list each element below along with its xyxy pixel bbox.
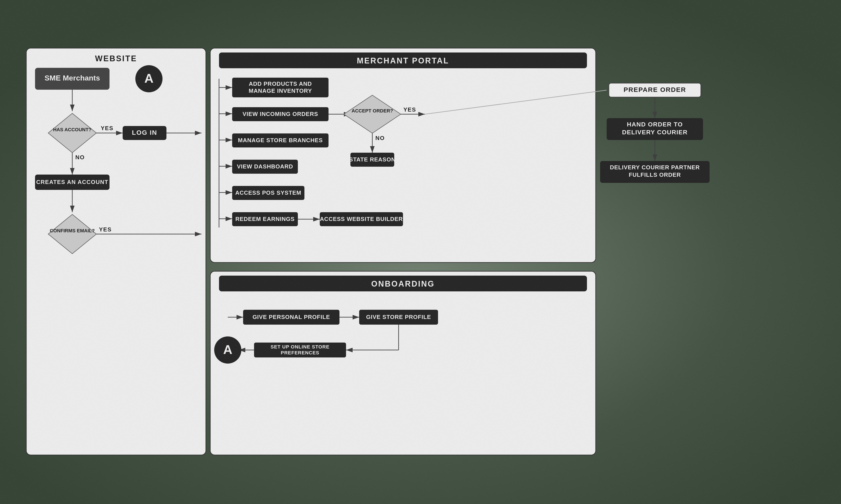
website-builder-label: ACCESS WEBSITE BUILDER xyxy=(320,216,403,222)
add-products-label2: MANAGE INVENTORY xyxy=(248,88,312,94)
circle-a-onboarding-label: A xyxy=(223,342,233,357)
accept-order-label: ACCEPT ORDER? xyxy=(351,108,393,113)
redeem-label: REDEEM EARNINGS xyxy=(236,216,295,222)
prepare-order-label: PREPARE ORDER xyxy=(623,86,686,93)
login-label: LOG IN xyxy=(132,129,157,136)
set-up-prefs-label1: SET UP ONLINE STORE xyxy=(271,344,330,349)
accept-order-no-label: NO xyxy=(375,135,385,141)
manage-branches-label: MANAGE STORE BRANCHES xyxy=(238,137,323,144)
has-account-no-label: NO xyxy=(75,154,85,161)
creates-account-label: CREATES AN ACCOUNT xyxy=(36,179,108,185)
confirms-email-label: CONFIRMS EMAIL? xyxy=(50,228,95,233)
set-up-prefs-label2: PREFERENCES xyxy=(281,350,319,356)
sme-merchants-label: SME Merchants xyxy=(45,74,100,82)
merchant-portal-title: MERCHANT PORTAL xyxy=(357,56,449,65)
onboarding-panel xyxy=(210,271,596,455)
give-personal-label: GIVE PERSONAL PROFILE xyxy=(253,314,330,320)
has-account-yes-label: YES xyxy=(101,125,114,131)
view-orders-label: VIEW INCOMING ORDERS xyxy=(242,111,318,117)
add-products-label1: ADD PRODUCTS AND xyxy=(249,80,312,87)
pos-label: ACCESS POS SYSTEM xyxy=(235,190,302,196)
delivery-partner-label1: DELIVERY COURIER PARTNER xyxy=(610,164,700,170)
hand-order-label1: HAND ORDER TO xyxy=(627,121,683,128)
dashboard-label: VIEW DASHBOARD xyxy=(237,163,293,170)
has-account-label: HAS ACCOUNT? xyxy=(53,127,91,132)
hand-order-label2: DELIVERY COURIER xyxy=(622,129,687,136)
delivery-partner-label2: FULFILLS ORDER xyxy=(629,172,681,178)
circle-a-website-label: A xyxy=(144,71,154,85)
confirms-email-yes-label: YES xyxy=(99,226,112,233)
website-title: WEBSITE xyxy=(95,54,137,63)
state-reason-label: STATE REASON xyxy=(349,156,396,163)
give-store-label: GIVE STORE PROFILE xyxy=(366,314,431,320)
website-panel xyxy=(26,48,206,455)
onboarding-title: ONBOARDING xyxy=(371,280,435,288)
accept-order-yes-label: YES xyxy=(404,106,416,113)
